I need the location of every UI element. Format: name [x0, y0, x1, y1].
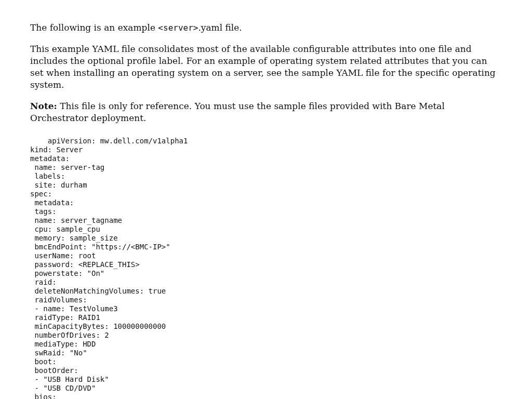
note-label: Note:: [30, 101, 57, 111]
intro-text-before: The following is an example: [30, 22, 158, 33]
intro-text-after: .yaml file.: [198, 22, 242, 33]
document-page: The following is an example <server>.yam…: [0, 0, 532, 399]
description-paragraph: This example YAML file consolidates most…: [30, 43, 502, 91]
note-paragraph: Note: This file is only for reference. Y…: [30, 100, 502, 124]
server-filename-token: <server>: [158, 23, 198, 33]
note-text: This file is only for reference. You mus…: [30, 101, 445, 123]
intro-paragraph: The following is an example <server>.yam…: [30, 22, 502, 34]
yaml-code-block: apiVersion: mw.dell.com/v1alpha1 kind: S…: [30, 137, 502, 399]
